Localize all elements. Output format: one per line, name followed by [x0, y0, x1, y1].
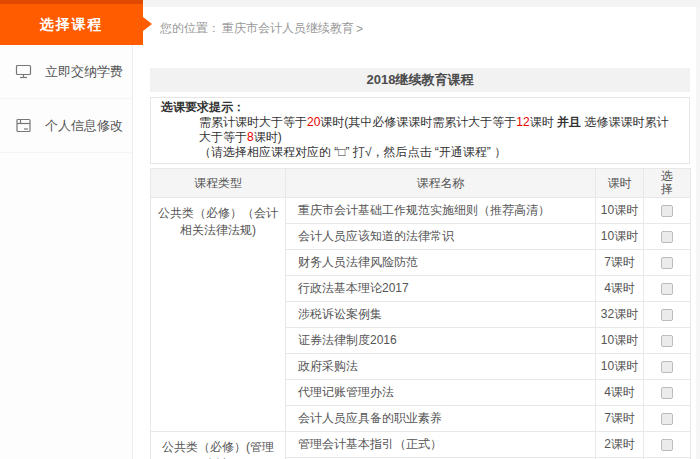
course-hours-cell: 2课时 [596, 432, 644, 458]
page-title: 2018继续教育课程 [150, 68, 690, 92]
table-row: 公共类（必修）（会计相关法律法规)重庆市会计基础工作规范实施细则（推荐高清）10… [151, 198, 691, 224]
top-gray-strip [143, 0, 700, 7]
notice-and: 并且 [557, 115, 581, 129]
right-page-gutter [696, 7, 700, 459]
course-type-cell: 公共类（必修）（会计相关法律法规) [151, 198, 286, 432]
header-select: 选择 [644, 169, 691, 198]
course-select-cell [644, 432, 691, 458]
course-name-cell: 会计人员应该知道的法律常识 [286, 224, 596, 250]
sidebar-item-select-courses[interactable]: 选择课程 [0, 4, 143, 45]
course-hours-cell: 10课时 [596, 354, 644, 380]
course-checkbox[interactable] [661, 335, 673, 347]
breadcrumb-location-link[interactable]: 重庆市会计人员继续教育 [222, 20, 354, 37]
course-checkbox[interactable] [661, 439, 673, 451]
course-name-cell: 会计人员应具备的职业素养 [286, 406, 596, 432]
notice-text: 课时) [254, 130, 282, 144]
breadcrumb-label: 您的位置： [160, 20, 220, 37]
course-select-cell [644, 224, 691, 250]
header-course-type: 课程类型 [151, 169, 286, 198]
course-select-cell [644, 380, 691, 406]
table-row: 公共类（必修）(管理会计)管理会计基本指引（正式）2课时 [151, 432, 691, 458]
course-hours-cell: 7课时 [596, 406, 644, 432]
course-hours-cell: 10课时 [596, 224, 644, 250]
course-name-cell: 证券法律制度2016 [286, 328, 596, 354]
course-hours-cell: 10课时 [596, 328, 644, 354]
course-hours-cell: 4课时 [596, 276, 644, 302]
monitor-icon [15, 63, 32, 80]
course-table: 课程类型 课程名称 课时 选择 公共类（必修）（会计相关法律法规)重庆市会计基础… [150, 168, 691, 459]
course-name-cell: 政府采购法 [286, 354, 596, 380]
course-hours-cell: 32课时 [596, 302, 644, 328]
header-hours: 课时 [596, 169, 644, 198]
table-header-row: 课程类型 课程名称 课时 选择 [151, 169, 691, 198]
breadcrumb-arrow: > [356, 22, 363, 36]
course-name-cell: 管理会计基本指引（正式） [286, 432, 596, 458]
course-select-cell [644, 406, 691, 432]
course-checkbox[interactable] [661, 283, 673, 295]
notice-elective-hours: 8 [247, 130, 254, 144]
course-checkbox[interactable] [661, 361, 673, 373]
course-name-cell: 财务人员法律风险防范 [286, 250, 596, 276]
course-checkbox[interactable] [661, 231, 673, 243]
notice-required-hours: 12 [516, 115, 529, 129]
course-select-cell [644, 198, 691, 224]
active-tab-arrow [143, 17, 152, 31]
course-hours-cell: 10课时 [596, 198, 644, 224]
sidebar-item-edit-profile[interactable]: 个人信息修改 [0, 99, 132, 153]
notice-instruction-line: （请选择相应课程对应的 “□” 打√，然后点击 “开通课程” ） [161, 145, 679, 160]
notice-requirement-line: 需累计课时大于等于20课时(其中必修课课时需累计大于等于12课时 并且 选修课课… [161, 115, 679, 145]
course-name-cell: 行政法基本理论2017 [286, 276, 596, 302]
breadcrumb: 您的位置： 重庆市会计人员继续教育 > [160, 20, 363, 37]
notice-text: 课时 [530, 115, 557, 129]
sidebar: 立即交纳学费 个人信息修改 [0, 45, 133, 459]
course-type-cell: 公共类（必修）(管理会计) [151, 432, 286, 459]
header-course-name: 课程名称 [286, 169, 596, 198]
course-select-cell [644, 250, 691, 276]
sidebar-item-label: 立即交纳学费 [45, 63, 123, 81]
course-hours-cell: 4课时 [596, 380, 644, 406]
course-table-body: 公共类（必修）（会计相关法律法规)重庆市会计基础工作规范实施细则（推荐高清）10… [151, 198, 691, 459]
sidebar-item-label: 个人信息修改 [45, 117, 123, 135]
course-select-cell [644, 302, 691, 328]
course-checkbox[interactable] [661, 387, 673, 399]
course-checkbox[interactable] [661, 205, 673, 217]
course-name-cell: 涉税诉讼案例集 [286, 302, 596, 328]
header-select-label: 选择 [661, 170, 674, 196]
course-checkbox[interactable] [661, 257, 673, 269]
course-checkbox[interactable] [661, 309, 673, 321]
profile-card-icon [15, 117, 32, 134]
notice-total-hours: 20 [307, 115, 320, 129]
course-name-cell: 重庆市会计基础工作规范实施细则（推荐高清） [286, 198, 596, 224]
course-select-cell [644, 276, 691, 302]
course-select-cell [644, 328, 691, 354]
course-checkbox[interactable] [661, 413, 673, 425]
notice-heading: 选课要求提示： [161, 100, 679, 115]
course-name-cell: 代理记账管理办法 [286, 380, 596, 406]
notice-text: 需累计课时大于等于 [199, 115, 307, 129]
sidebar-item-pay-tuition[interactable]: 立即交纳学费 [0, 45, 132, 99]
course-hours-cell: 7课时 [596, 250, 644, 276]
notice-text: 课时(其中必修课课时需累计大于等于 [320, 115, 516, 129]
course-select-cell [644, 354, 691, 380]
course-selection-notice: 选课要求提示： 需累计课时大于等于20课时(其中必修课课时需累计大于等于12课时… [150, 97, 690, 164]
main-panel: 2018继续教育课程 选课要求提示： 需累计课时大于等于20课时(其中必修课课时… [150, 68, 690, 459]
